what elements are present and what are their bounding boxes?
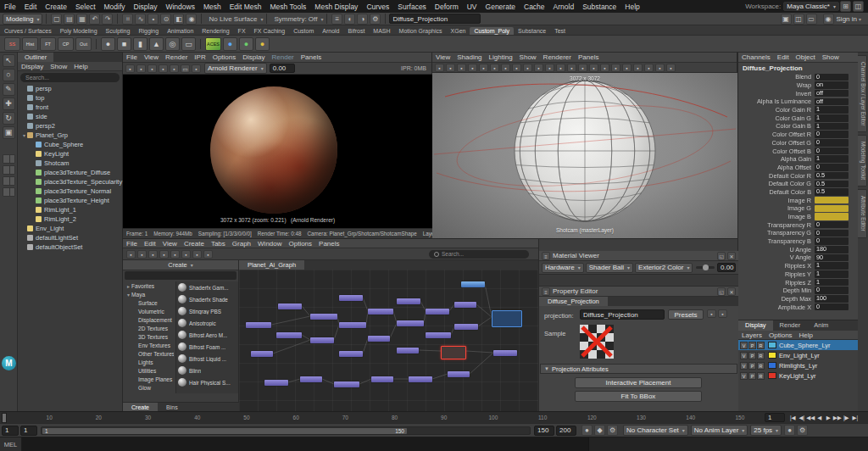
- auto-keyframe-icon[interactable]: ●: [581, 425, 593, 436]
- snap-view-plane-icon[interactable]: ◧: [173, 14, 184, 25]
- channel-value[interactable]: 1: [815, 123, 849, 131]
- projection-name-field[interactable]: Diffuse_Projection: [580, 309, 665, 320]
- play-forward-button[interactable]: ▶: [824, 413, 833, 423]
- viewport-menu-renderer[interactable]: Renderer: [540, 53, 575, 61]
- ipr-toggle-icon[interactable]: ▪: [159, 64, 168, 73]
- layer-menu-layers[interactable]: Layers: [738, 331, 765, 339]
- material-item-bifrost-foam[interactable]: Bifrost Foam ...: [176, 341, 238, 353]
- range-slider-track[interactable]: 1 150: [41, 426, 531, 435]
- viewport-menu-panels[interactable]: Panels: [575, 53, 602, 61]
- bookmark-icon[interactable]: ▪: [468, 64, 477, 72]
- shader-node[interactable]: [448, 371, 470, 377]
- render-view-menu-file[interactable]: File: [123, 53, 141, 61]
- shelf-tab-fx-caching[interactable]: FX Caching: [250, 27, 290, 35]
- character-set-selector[interactable]: No Character Set▾: [623, 425, 688, 436]
- outliner-item-env-light[interactable]: Env_Light: [18, 224, 122, 233]
- viewport-menu-shading[interactable]: Shading: [453, 53, 485, 61]
- shelf-tab-arnold[interactable]: Arnold: [318, 27, 343, 35]
- command-language-toggle[interactable]: MEL: [0, 437, 22, 451]
- popout-icon[interactable]: ◱: [717, 252, 726, 260]
- render-settings-icon[interactable]: ⚙: [370, 14, 381, 25]
- two-pane-stacked-layout[interactable]: [3, 187, 15, 197]
- shader-node[interactable]: [371, 376, 393, 382]
- screen-space-ao-icon[interactable]: ▪: [644, 64, 654, 72]
- channel-value[interactable]: 0: [815, 74, 849, 81]
- shader-node[interactable]: [300, 376, 322, 382]
- menu-mesh-display[interactable]: Mesh Display: [310, 3, 362, 11]
- set-key-icon[interactable]: ◆: [594, 425, 605, 436]
- menu-help[interactable]: Help: [620, 3, 643, 11]
- outliner-item-place3dtexture-normal[interactable]: place3dTexture_Normal: [18, 187, 122, 196]
- menu-mesh[interactable]: Mesh: [199, 3, 225, 11]
- undo-icon[interactable]: ↶: [89, 14, 100, 25]
- mv-slider[interactable]: [696, 266, 715, 269]
- shader-node[interactable]: [454, 302, 476, 308]
- close-icon[interactable]: ✕: [727, 252, 736, 260]
- layer-playback-toggle[interactable]: P: [748, 362, 756, 370]
- range-slider-handle[interactable]: 1 150: [42, 428, 407, 434]
- shader-node[interactable]: [310, 337, 334, 343]
- hypershade-menu-graph[interactable]: Graph: [229, 240, 254, 248]
- step-back-frame-button[interactable]: ◀|: [798, 413, 807, 423]
- presets-button[interactable]: Presets: [668, 309, 704, 320]
- layer-reference-toggle[interactable]: R: [757, 362, 765, 370]
- create-category-utilities[interactable]: Utilities: [124, 366, 174, 375]
- save-image-icon[interactable]: ▪: [136, 64, 146, 73]
- outliner-item-rimlight-1[interactable]: RimLight_1: [18, 205, 122, 214]
- snap-curve-icon[interactable]: ∿: [135, 14, 146, 25]
- menu-arnold[interactable]: Arnold: [549, 3, 579, 11]
- shelf-tab-rigging[interactable]: Rigging: [134, 27, 163, 35]
- rearrange-graph-icon[interactable]: ▪: [192, 250, 202, 259]
- render-view-menu-display[interactable]: Display: [239, 53, 268, 61]
- workspace-grid-icon[interactable]: ⊞: [840, 1, 851, 12]
- layout-icon[interactable]: ◫: [853, 1, 864, 12]
- layer-tab-render[interactable]: Render: [773, 320, 808, 331]
- channel-value[interactable]: 180: [815, 246, 849, 253]
- hypershade-menu-options[interactable]: Options: [286, 240, 316, 248]
- menu-deform[interactable]: Deform: [431, 3, 463, 11]
- channel-box-menu-object[interactable]: Object: [793, 53, 819, 61]
- scale-tool[interactable]: ▣: [3, 126, 15, 139]
- channel-value[interactable]: 0: [815, 221, 849, 229]
- select-tool[interactable]: ↖: [3, 54, 15, 67]
- fit-to-bbox-button[interactable]: Fit To BBox: [575, 391, 702, 402]
- material-item-shaderfx-gam[interactable]: Shaderfx Gam...: [176, 281, 238, 293]
- gate-mask-icon[interactable]: ▪: [545, 64, 554, 72]
- step-forward-frame-button[interactable]: |▶: [842, 413, 851, 423]
- layer-row-cube-sphere-lyr[interactable]: VPRCube_Sphere_Lyr: [738, 340, 858, 350]
- channel-box-menu-channels[interactable]: Channels: [738, 53, 774, 61]
- create-category-maya[interactable]: ▾Maya: [124, 290, 174, 298]
- checker-map-icon[interactable]: ▪: [718, 309, 727, 318]
- channel-value[interactable]: [815, 205, 849, 213]
- menu-substance[interactable]: Substance: [578, 3, 620, 11]
- redo-icon[interactable]: ↷: [102, 14, 113, 25]
- create-category-displacement[interactable]: Displacement: [124, 315, 174, 324]
- playback-start-field[interactable]: 1: [2, 426, 19, 436]
- panel-menu-icon[interactable]: ≡: [542, 287, 550, 296]
- animation-start-field[interactable]: 1: [20, 426, 37, 436]
- shader-node[interactable]: [397, 320, 424, 326]
- property-editor-titlebar[interactable]: ≡ Property Editor ◱ ✕: [539, 287, 738, 297]
- popout-icon[interactable]: ◱: [717, 287, 726, 296]
- channel-value[interactable]: 0: [815, 230, 849, 237]
- mv-geometry-selector[interactable]: Shader Ball▾: [586, 263, 633, 273]
- shelf-tab-rendering[interactable]: Rendering: [198, 27, 233, 35]
- anti-alias-icon[interactable]: ▪: [666, 64, 676, 72]
- interactive-placement-button[interactable]: Interactive Placement: [575, 377, 702, 388]
- channel-value[interactable]: on: [815, 81, 849, 89]
- shadows-icon[interactable]: ▪: [633, 64, 643, 72]
- current-time-marker[interactable]: [2, 413, 7, 423]
- sidebar-tab-attribute-editor[interactable]: Attribute Editor: [858, 189, 867, 238]
- grid-icon[interactable]: ▪: [512, 64, 521, 72]
- layer-menu-options[interactable]: Options: [765, 331, 796, 339]
- shelf-tab-custom-poly[interactable]: Custom_Poly: [470, 27, 514, 35]
- property-editor-tab[interactable]: Diffuse_Projection: [539, 297, 608, 306]
- pin-selected-icon[interactable]: ▪: [203, 250, 213, 259]
- shelf-tab-poly-modeling[interactable]: Poly Modeling: [56, 27, 102, 35]
- shelf-button-out[interactable]: Out: [75, 37, 92, 51]
- no-live-surface-label[interactable]: No Live Surface: [205, 15, 260, 23]
- select-camera-icon[interactable]: ▪: [435, 64, 444, 72]
- channel-value[interactable]: 90: [815, 254, 849, 262]
- outliner-menu-display[interactable]: Display: [18, 63, 47, 70]
- snap-grid-icon[interactable]: ⌗: [122, 14, 133, 25]
